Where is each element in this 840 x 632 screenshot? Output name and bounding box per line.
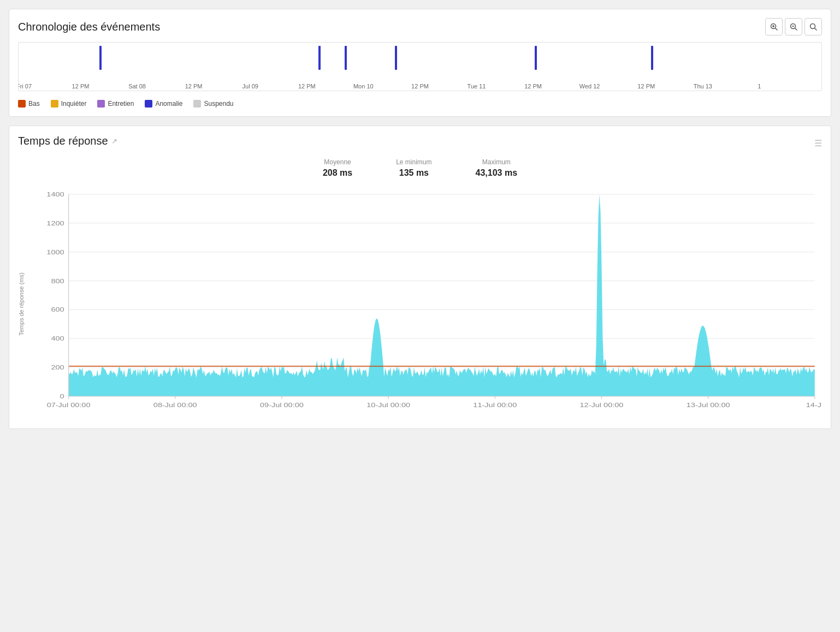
timeline-toolbar xyxy=(765,18,822,35)
legend-color-box xyxy=(145,100,152,108)
timeline-header: Chronologie des événements xyxy=(18,18,822,35)
legend-item: Inquiéter xyxy=(51,100,87,108)
tick-label: 12 PM xyxy=(411,83,429,90)
chart-container: Temps de réponse (ms) 020040060080010001… xyxy=(18,189,822,420)
svg-text:13-Jul 00:00: 13-Jul 00:00 xyxy=(687,402,730,409)
legend-color-box xyxy=(18,100,26,108)
event-bar xyxy=(345,46,347,70)
svg-text:08-Jul 00:00: 08-Jul 00:00 xyxy=(153,402,197,409)
event-bar xyxy=(318,46,321,70)
menu-icon[interactable]: ☰ xyxy=(814,138,822,148)
y-axis-label: Temps de réponse (ms) xyxy=(18,189,25,420)
legend-label: Bas xyxy=(28,100,40,108)
timeline-card: Chronologie des événements xyxy=(9,9,831,117)
legend-color-box xyxy=(97,100,105,108)
tick-label: 12 PM xyxy=(298,83,316,90)
legend-label: Anomalie xyxy=(155,100,182,108)
stat-label: Le minimum xyxy=(396,158,431,166)
stat-label: Maximum xyxy=(476,158,518,166)
stats-row: Moyenne208 msLe minimum135 msMaximum43,1… xyxy=(18,158,822,178)
stat-value: 208 ms xyxy=(323,168,352,178)
stat-value: 43,103 ms xyxy=(476,168,518,178)
zoom-out-button[interactable] xyxy=(785,18,802,35)
chart-area: 020040060080010001200140007-Jul 00:0008-… xyxy=(29,189,822,420)
legend-item: Entretien xyxy=(97,100,134,108)
svg-text:0: 0 xyxy=(60,393,64,400)
event-bar xyxy=(395,46,397,70)
svg-text:800: 800 xyxy=(51,277,64,284)
svg-text:200: 200 xyxy=(51,364,64,371)
svg-text:1000: 1000 xyxy=(46,248,64,255)
zoom-out-icon xyxy=(790,23,797,31)
response-time-card: Temps de réponse ↗ ☰ Moyenne208 msLe min… xyxy=(9,126,831,429)
timeline-area[interactable]: Fri 0712 PMSat 0812 PMJul 0912 PMMon 101… xyxy=(18,42,822,91)
svg-line-8 xyxy=(815,28,817,31)
svg-text:11-Jul 00:00: 11-Jul 00:00 xyxy=(473,402,517,409)
stat-item: Moyenne208 ms xyxy=(323,158,352,178)
svg-text:09-Jul 00:00: 09-Jul 00:00 xyxy=(260,402,304,409)
event-bar xyxy=(651,46,653,70)
tick-label: Fri 07 xyxy=(18,83,32,90)
timeline-ticks: Fri 0712 PMSat 0812 PMJul 0912 PMMon 101… xyxy=(24,77,816,91)
svg-text:400: 400 xyxy=(51,335,64,342)
svg-text:07-Jul 00:00: 07-Jul 00:00 xyxy=(47,402,91,409)
legend-item: Suspendu xyxy=(193,100,233,108)
svg-line-1 xyxy=(776,28,778,31)
stat-item: Maximum43,103 ms xyxy=(476,158,518,178)
svg-text:10-Jul 00:00: 10-Jul 00:00 xyxy=(366,402,410,409)
tick-label: Jul 09 xyxy=(242,83,258,90)
tick-label: Wed 12 xyxy=(579,83,600,90)
tick-label: 12 PM xyxy=(185,83,203,90)
legend-color-box xyxy=(51,100,58,108)
response-time-header: Temps de réponse ↗ ☰ xyxy=(18,135,822,152)
tick-label: 12 PM xyxy=(524,83,542,90)
response-time-chart: 020040060080010001200140007-Jul 00:0008-… xyxy=(29,189,822,418)
search-icon xyxy=(809,23,817,31)
svg-text:1400: 1400 xyxy=(46,191,64,198)
timeline-bars xyxy=(24,43,816,73)
svg-text:1200: 1200 xyxy=(46,220,64,227)
zoom-in-button[interactable] xyxy=(765,18,783,35)
stat-value: 135 ms xyxy=(396,168,431,178)
external-link-icon[interactable]: ↗ xyxy=(111,137,117,145)
search-button[interactable] xyxy=(804,18,822,35)
svg-text:600: 600 xyxy=(51,306,64,313)
legend-item: Bas xyxy=(18,100,40,108)
svg-text:12-Jul 00:00: 12-Jul 00:00 xyxy=(580,402,624,409)
legend-label: Inquiéter xyxy=(61,100,87,108)
tick-label: Thu 13 xyxy=(694,83,712,90)
response-time-title: Temps de réponse xyxy=(18,135,108,147)
tick-label: 12 PM xyxy=(72,83,90,90)
tick-label: Sat 08 xyxy=(128,83,146,90)
stat-item: Le minimum135 ms xyxy=(396,158,431,178)
legend-item: Anomalie xyxy=(145,100,182,108)
svg-line-5 xyxy=(795,28,797,31)
tick-label: 12 PM xyxy=(637,83,655,90)
tick-label: Mon 10 xyxy=(353,83,374,90)
response-time-title-row: Temps de réponse ↗ xyxy=(18,135,117,147)
timeline-legend: BasInquiéterEntretienAnomalieSuspendu xyxy=(18,98,822,108)
legend-label: Entretien xyxy=(108,100,134,108)
timeline-title: Chronologie des événements xyxy=(18,21,160,33)
tick-label: Tue 11 xyxy=(468,83,486,90)
zoom-in-icon xyxy=(770,23,778,31)
event-bar xyxy=(535,46,537,70)
event-bar xyxy=(99,46,102,70)
stat-label: Moyenne xyxy=(323,158,352,166)
svg-text:14-J.: 14-J. xyxy=(806,402,822,409)
legend-color-box xyxy=(193,100,201,108)
legend-label: Suspendu xyxy=(204,100,233,108)
tick-label: 1 xyxy=(758,83,761,90)
